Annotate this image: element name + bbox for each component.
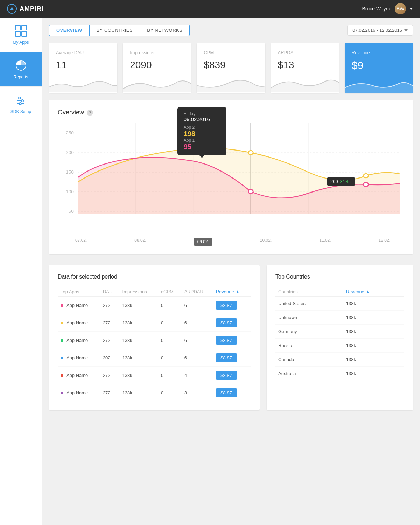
countries-table-section: Top Countries Countries Revenue ▲ United…	[267, 265, 413, 410]
country-revenue: 138k	[343, 353, 404, 367]
apps-icon	[15, 24, 27, 37]
impressions-chart	[123, 75, 191, 92]
revenue-badge: $8.87	[216, 371, 237, 380]
x-label-3: 10.02.	[260, 238, 272, 246]
country-name: Australia	[275, 367, 343, 381]
dau-cell: 272	[100, 367, 120, 384]
col-countries-revenue[interactable]: Revenue ▲	[343, 287, 404, 297]
app-name-cell: App Name	[58, 297, 100, 314]
impressions-cell: 138k	[120, 297, 158, 314]
arpdau-value: $13	[278, 59, 332, 71]
x-label-4: 11.02.	[319, 238, 331, 246]
x-label-1: 08.02.	[134, 238, 146, 246]
app-name-cell: App Name	[58, 384, 100, 402]
svg-text:150: 150	[66, 170, 74, 175]
avatar: BW	[395, 3, 406, 14]
app-name-cell: App Name	[58, 332, 100, 349]
revenue-chart	[345, 76, 413, 93]
tooltip-app2-value: 198	[184, 130, 220, 138]
country-name: Canada	[275, 353, 343, 367]
data-table: Top Apps DAU Impressions eCPM ARPDAU Rev…	[58, 287, 251, 401]
sidebar-item-reports[interactable]: Reports	[0, 52, 42, 87]
tooltip-app2-label: App 2	[184, 125, 220, 130]
country-revenue: 138k	[343, 297, 404, 311]
app-dot	[61, 357, 63, 359]
date-filter-label: 07.02.2016 - 12.02.2016	[352, 28, 402, 33]
main-content: OVERVIEW BY COUNTRIES BY NETWORKS 07.02.…	[42, 18, 420, 525]
revenue-badge: $8.87	[216, 336, 237, 345]
table-row: App Name 272 138k 0 6 $8.87	[58, 297, 251, 314]
user-menu[interactable]: Bruce Wayne BW	[362, 3, 413, 14]
cpm-label: CPM	[204, 50, 258, 55]
country-name: Germany	[275, 325, 343, 339]
stat-card-cpm: CPM $839	[197, 43, 265, 93]
revenue-value: $9	[352, 59, 406, 71]
app-dot	[61, 339, 63, 342]
col-countries: Countries	[275, 287, 343, 297]
logo-icon	[7, 4, 17, 14]
chart-title-text: Overview	[58, 109, 84, 116]
app-name-cell: App Name	[58, 367, 100, 384]
user-name: Bruce Wayne	[362, 6, 391, 12]
svg-rect-1	[22, 25, 27, 30]
app-dot	[61, 392, 63, 394]
chart-area: 250 200 150 100 50	[58, 123, 404, 235]
cpm-value: $839	[204, 59, 258, 71]
dau-value: 11	[56, 59, 110, 71]
dau-cell: 272	[100, 297, 120, 314]
help-icon[interactable]: ?	[87, 110, 93, 116]
svg-point-10	[19, 103, 21, 105]
table-row: App Name 302 138k 0 6 $8.87	[58, 349, 251, 367]
app-dot	[61, 374, 63, 377]
date-filter[interactable]: 07.02.2016 - 12.02.2016	[347, 25, 413, 36]
table-row: App Name 272 138k 0 6 $8.87	[58, 332, 251, 349]
stat-card-dau: Average DAU 11	[49, 43, 117, 93]
arpdau-cell: 6	[182, 297, 213, 314]
country-name: Russia	[275, 339, 343, 353]
tab-overview[interactable]: OVERVIEW	[49, 24, 90, 36]
dau-cell: 272	[100, 332, 120, 349]
dau-label: Average DAU	[56, 50, 110, 55]
tab-countries[interactable]: BY COUNTRIES	[90, 24, 140, 36]
table-row: App Name 272 138k 0 4 $8.87	[58, 367, 251, 384]
tooltip-date: 09.02.2016	[184, 116, 220, 122]
impressions-cell: 138k	[120, 332, 158, 349]
stat-card-revenue: Revenue $9	[345, 43, 413, 93]
tab-networks[interactable]: BY NETWORKS	[140, 24, 190, 36]
logo: AMPIRI	[7, 4, 44, 14]
revenue-badge: $8.87	[216, 318, 237, 327]
ecpm-cell: 0	[158, 349, 182, 367]
col-revenue[interactable]: Revenue ▲	[213, 287, 251, 297]
svg-rect-3	[22, 31, 27, 36]
arpdau-cell: 3	[182, 384, 213, 402]
dau-cell: 272	[100, 314, 120, 332]
badge-value: 200	[330, 179, 338, 184]
sidebar-item-sdk[interactable]: SDK Setup	[0, 87, 42, 121]
svg-point-27	[248, 150, 253, 155]
date-chevron-icon	[404, 29, 408, 31]
chart-tooltip: Friday 09.02.2016 App 2 198 App 1 95	[177, 107, 226, 155]
list-item: Russia 138k	[275, 339, 404, 353]
impressions-cell: 138k	[120, 367, 158, 384]
sidebar-item-reports-label: Reports	[13, 75, 28, 79]
header-row: OVERVIEW BY COUNTRIES BY NETWORKS 07.02.…	[49, 24, 413, 36]
app-name: App Name	[66, 373, 88, 378]
app-name: App Name	[66, 355, 88, 360]
country-revenue: 138k	[343, 325, 404, 339]
data-table-section: Data for selected period Top Apps DAU Im…	[49, 265, 260, 410]
col-impressions: Impressions	[120, 287, 158, 297]
dau-cell: 302	[100, 349, 120, 367]
svg-point-6	[19, 97, 21, 99]
logo-text: AMPIRI	[20, 5, 44, 13]
arpdau-cell: 6	[182, 314, 213, 332]
dau-cell: 272	[100, 384, 120, 402]
avatar-initials: BW	[397, 6, 405, 12]
revenue-cell: $8.87	[213, 384, 251, 402]
data-table-title: Data for selected period	[58, 274, 251, 280]
impressions-value: 2090	[130, 59, 184, 71]
sidebar-item-apps[interactable]: My Apps	[0, 18, 42, 52]
arpdau-chart	[271, 75, 339, 92]
countries-table: Countries Revenue ▲ United States 138k U…	[275, 287, 404, 380]
bottom-row: Data for selected period Top Apps DAU Im…	[49, 265, 413, 410]
list-item: Germany 138k	[275, 325, 404, 339]
